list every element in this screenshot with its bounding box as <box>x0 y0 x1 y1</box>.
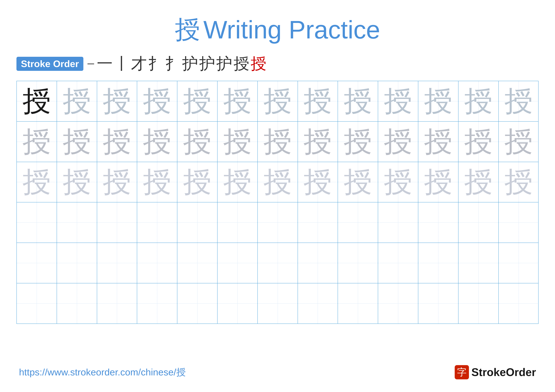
grid-cell-4-11 <box>459 243 499 283</box>
footer: https://www.strokeorder.com/chinese/授 字 … <box>0 365 555 379</box>
title-chinese-char: 授 <box>175 13 200 47</box>
grid-cell-5-6 <box>258 283 298 324</box>
practice-grid: 授授授授授授授授授授授授授授授授授授授授授授授授授授授授授授授授授授授授授授授 <box>16 81 539 324</box>
brand-icon: 字 <box>455 365 469 379</box>
grid-cell-2-8: 授 <box>338 162 378 202</box>
stroke-order-row: Stroke Order − 一 丨 才 扌 扌 护 护 护 授 授 <box>16 53 539 74</box>
grid-cell-1-8: 授 <box>338 121 378 162</box>
char-in-cell-1-3: 授 <box>143 122 171 161</box>
grid-cell-0-9: 授 <box>378 81 418 121</box>
char-in-cell-0-10: 授 <box>424 82 453 120</box>
grid-row-3 <box>17 202 538 243</box>
stroke-order-badge: Stroke Order <box>16 57 83 71</box>
grid-cell-4-8 <box>338 243 378 283</box>
footer-brand: 字 StrokeOrder <box>455 365 536 379</box>
grid-cell-4-6 <box>258 243 298 283</box>
char-in-cell-2-9: 授 <box>384 163 412 201</box>
grid-cell-1-0: 授 <box>17 121 57 162</box>
grid-cell-1-5: 授 <box>218 121 258 162</box>
char-in-cell-0-4: 授 <box>183 82 212 120</box>
grid-cell-3-4 <box>177 202 218 242</box>
char-in-cell-1-1: 授 <box>63 122 91 161</box>
grid-cell-0-2: 授 <box>97 81 137 121</box>
grid-cell-1-10: 授 <box>418 121 459 162</box>
grid-cell-5-7 <box>298 283 338 324</box>
char-in-cell-1-10: 授 <box>424 122 453 161</box>
char-in-cell-1-9: 授 <box>384 122 412 161</box>
stroke-2: 丨 <box>114 53 130 74</box>
grid-cell-0-4: 授 <box>177 81 218 121</box>
grid-cell-3-5 <box>218 202 258 242</box>
stroke-4: 扌 <box>148 53 164 74</box>
brand-icon-char: 字 <box>457 366 467 379</box>
char-in-cell-1-2: 授 <box>103 122 131 161</box>
grid-cell-3-11 <box>459 202 499 242</box>
stroke-sequence: − 一 丨 才 扌 扌 护 护 护 授 授 <box>86 53 266 74</box>
grid-row-5 <box>17 283 538 324</box>
grid-cell-0-5: 授 <box>218 81 258 121</box>
char-in-cell-1-4: 授 <box>183 122 212 161</box>
grid-cell-3-12 <box>499 202 539 242</box>
grid-cell-1-3: 授 <box>137 121 177 162</box>
grid-cell-5-9 <box>378 283 418 324</box>
char-in-cell-0-5: 授 <box>223 82 252 120</box>
char-in-cell-0-7: 授 <box>303 82 332 120</box>
char-in-cell-0-9: 授 <box>384 82 412 120</box>
grid-cell-5-11 <box>459 283 499 324</box>
grid-cell-3-2 <box>97 202 137 242</box>
grid-cell-4-0 <box>17 243 57 283</box>
grid-cell-1-1: 授 <box>57 121 97 162</box>
char-in-cell-1-8: 授 <box>344 122 372 161</box>
grid-cell-3-9 <box>378 202 418 242</box>
grid-cell-1-7: 授 <box>298 121 338 162</box>
grid-cell-2-11: 授 <box>459 162 499 202</box>
grid-cell-4-5 <box>218 243 258 283</box>
grid-cell-5-0 <box>17 283 57 324</box>
grid-cell-0-8: 授 <box>338 81 378 121</box>
stroke-3: 才 <box>131 53 147 74</box>
stroke-9: 授 <box>234 53 249 74</box>
char-in-cell-2-4: 授 <box>183 163 212 201</box>
char-in-cell-0-11: 授 <box>464 82 493 120</box>
grid-cell-2-1: 授 <box>57 162 97 202</box>
grid-cell-2-7: 授 <box>298 162 338 202</box>
stroke-5: 扌 <box>165 53 181 74</box>
stroke-separator: − <box>87 56 95 72</box>
stroke-7: 护 <box>199 53 215 74</box>
grid-row-0: 授授授授授授授授授授授授授 <box>17 81 538 121</box>
grid-cell-4-10 <box>418 243 459 283</box>
grid-cell-1-9: 授 <box>378 121 418 162</box>
char-in-cell-0-3: 授 <box>143 82 171 120</box>
char-in-cell-2-1: 授 <box>63 163 91 201</box>
grid-cell-3-0 <box>17 202 57 242</box>
grid-cell-4-2 <box>97 243 137 283</box>
title-area: 授 Writing Practice <box>175 13 380 47</box>
char-in-cell-2-7: 授 <box>303 163 332 201</box>
char-in-cell-2-11: 授 <box>464 163 493 201</box>
grid-row-1: 授授授授授授授授授授授授授 <box>17 121 538 162</box>
grid-cell-0-11: 授 <box>459 81 499 121</box>
grid-cell-5-8 <box>338 283 378 324</box>
grid-cell-5-10 <box>418 283 459 324</box>
stroke-6: 护 <box>182 53 198 74</box>
stroke-8: 护 <box>216 53 232 74</box>
char-in-cell-2-5: 授 <box>223 163 252 201</box>
grid-cell-5-5 <box>218 283 258 324</box>
grid-cell-2-5: 授 <box>218 162 258 202</box>
char-in-cell-0-2: 授 <box>103 82 131 120</box>
grid-cell-2-0: 授 <box>17 162 57 202</box>
page: 授 Writing Practice Stroke Order − 一 丨 才 … <box>0 0 555 392</box>
char-in-cell-2-2: 授 <box>103 163 131 201</box>
grid-cell-3-6 <box>258 202 298 242</box>
char-in-cell-0-1: 授 <box>63 82 91 120</box>
grid-cell-1-12: 授 <box>499 121 539 162</box>
grid-cell-2-9: 授 <box>378 162 418 202</box>
grid-cell-4-4 <box>177 243 218 283</box>
grid-row-4 <box>17 243 538 283</box>
grid-cell-2-4: 授 <box>177 162 218 202</box>
char-in-cell-2-10: 授 <box>424 163 453 201</box>
grid-cell-2-12: 授 <box>499 162 539 202</box>
grid-cell-3-3 <box>137 202 177 242</box>
footer-url: https://www.strokeorder.com/chinese/授 <box>19 366 186 379</box>
stroke-1: 一 <box>97 53 113 74</box>
